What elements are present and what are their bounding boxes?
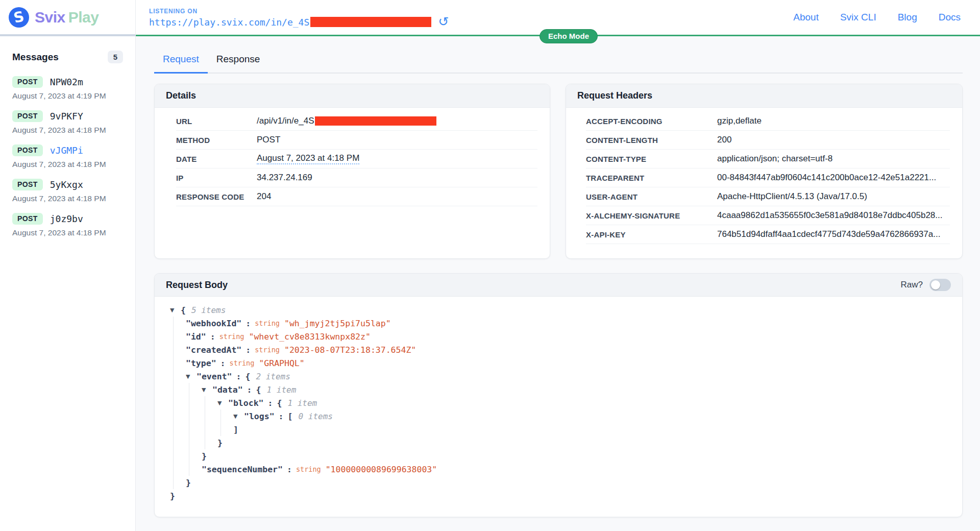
details-card-title: Details bbox=[155, 84, 550, 108]
message-row: POSTj0z9bv bbox=[12, 213, 123, 225]
expand-toggle-icon[interactable]: ▼ bbox=[233, 413, 244, 420]
message-id: 9vPKFY bbox=[50, 111, 83, 122]
indent-guide bbox=[186, 449, 202, 463]
message-row: POSTvJGMPi bbox=[12, 144, 123, 156]
raw-toggle-switch[interactable] bbox=[929, 279, 951, 291]
row-value-text: August 7, 2023 at 4:18 PM bbox=[257, 153, 359, 164]
json-item-count: 1 item bbox=[287, 398, 317, 408]
tab-bar: RequestResponse bbox=[154, 50, 963, 74]
nav-link-docs[interactable]: Docs bbox=[939, 12, 961, 23]
row-value: 764b51d94dfaff4aa1cdecf4775d743de59a4762… bbox=[717, 229, 940, 239]
json-type-label: string bbox=[296, 465, 321, 473]
request-body-card: Request Body Raw? ▼{5 items"webhookId":s… bbox=[154, 273, 963, 517]
tab-response[interactable]: Response bbox=[208, 50, 269, 73]
json-bracket: { bbox=[245, 372, 250, 381]
table-row: ACCEPT-ENCODINGgzip,deflate bbox=[586, 112, 950, 131]
brand-play: Play bbox=[68, 9, 99, 26]
json-colon: : bbox=[287, 465, 292, 474]
listening-on-label: LISTENING ON bbox=[149, 8, 449, 15]
row-label: X-API-KEY bbox=[586, 230, 717, 239]
request-headers-rows: ACCEPT-ENCODINGgzip,deflateCONTENT-LENGT… bbox=[566, 108, 962, 244]
row-value: /api/v1/in/e_4S bbox=[257, 116, 436, 126]
json-value: "wh_jmyj2tj5pi7u5lap" bbox=[284, 319, 391, 328]
json-line: ▼"block":{1 item bbox=[170, 396, 947, 409]
json-value: "10000000089699638003" bbox=[326, 465, 437, 474]
nav-link-blog[interactable]: Blog bbox=[898, 12, 917, 23]
indent-guide bbox=[170, 317, 186, 330]
row-label: METHOD bbox=[176, 136, 257, 144]
brand-svix: Svix bbox=[35, 9, 65, 26]
expand-toggle-icon[interactable]: ▼ bbox=[170, 307, 181, 313]
message-list-item[interactable]: POSTvJGMPiAugust 7, 2023 at 4:18 PM bbox=[0, 140, 135, 174]
redacted-value-segment bbox=[315, 116, 436, 126]
json-line: ] bbox=[170, 423, 947, 436]
request-headers-card-title: Request Headers bbox=[566, 84, 962, 108]
row-value: 00-84843f447ab9f0604c141c200b0ace12-42e5… bbox=[717, 173, 936, 183]
json-item-count: 0 items bbox=[298, 412, 332, 421]
row-value-text: 4caaa9862d1a535655f0c3e581a9d84018e7ddbc… bbox=[717, 210, 943, 221]
listening-url: https://play.svix.com/in/e_4S bbox=[149, 17, 309, 28]
json-type-label: string bbox=[255, 346, 280, 354]
message-id: 5yKxgx bbox=[50, 179, 83, 190]
row-value-text: /api/v1/in/e_4S bbox=[257, 116, 314, 126]
json-key: "createdAt" bbox=[186, 345, 241, 355]
indent-guide bbox=[202, 396, 217, 409]
indent-guide bbox=[170, 449, 186, 463]
row-value: 200 bbox=[717, 135, 731, 145]
row-value: application/json; charset=utf-8 bbox=[717, 154, 832, 164]
sidebar-header: S SvixPlay bbox=[0, 0, 135, 36]
message-date: August 7, 2023 at 4:19 PM bbox=[12, 91, 123, 101]
json-tree-viewer: ▼{5 items"webhookId":string"wh_jmyj2tj5p… bbox=[155, 297, 962, 509]
expand-toggle-icon[interactable]: ▼ bbox=[186, 373, 197, 380]
indent-guide bbox=[217, 409, 233, 423]
tab-request[interactable]: Request bbox=[154, 50, 208, 74]
redacted-url-segment bbox=[310, 17, 431, 27]
raw-toggle-group: Raw? bbox=[901, 279, 951, 291]
json-colon: : bbox=[268, 398, 273, 408]
row-value[interactable]: August 7, 2023 at 4:18 PM bbox=[257, 153, 359, 164]
indent-guide bbox=[170, 463, 186, 476]
json-line: } bbox=[170, 449, 947, 463]
request-body-card-title: Request Body bbox=[166, 280, 228, 291]
message-row: POSTNPW02m bbox=[12, 76, 123, 88]
json-bracket: ] bbox=[233, 425, 238, 435]
message-list-item[interactable]: POSTNPW02mAugust 7, 2023 at 4:19 PM bbox=[0, 71, 135, 106]
json-key: "sequenceNumber" bbox=[202, 465, 283, 474]
json-line: ▼"data":{1 item bbox=[170, 383, 947, 396]
indent-guide bbox=[170, 356, 186, 370]
row-label: USER-AGENT bbox=[586, 192, 717, 201]
raw-toggle-knob bbox=[931, 280, 940, 289]
nav-link-svix-cli[interactable]: Svix CLI bbox=[840, 12, 876, 23]
json-key: "webhookId" bbox=[186, 319, 241, 328]
indent-guide bbox=[170, 330, 186, 343]
json-line: "webhookId":string"wh_jmyj2tj5pi7u5lap" bbox=[170, 317, 947, 330]
json-key: "block" bbox=[228, 398, 264, 408]
json-colon: : bbox=[210, 332, 215, 342]
nav-link-about[interactable]: About bbox=[793, 12, 819, 23]
row-label: CONTENT-TYPE bbox=[586, 155, 717, 163]
raw-toggle-label: Raw? bbox=[901, 280, 923, 290]
message-list-item[interactable]: POST5yKxgxAugust 7, 2023 at 4:18 PM bbox=[0, 174, 135, 208]
row-value: 4caaa9862d1a535655f0c3e581a9d84018e7ddbc… bbox=[717, 210, 943, 221]
message-list-item[interactable]: POSTj0z9bvAugust 7, 2023 at 4:18 PM bbox=[0, 208, 135, 243]
json-colon: : bbox=[246, 345, 251, 355]
refresh-icon[interactable]: ↺ bbox=[438, 17, 449, 27]
method-badge: POST bbox=[12, 110, 43, 122]
main-area: LISTENING ON https://play.svix.com/in/e_… bbox=[136, 0, 980, 531]
expand-toggle-icon[interactable]: ▼ bbox=[202, 387, 212, 393]
json-bracket: { bbox=[277, 398, 282, 408]
indent-guide bbox=[217, 423, 233, 436]
details-rows: URL/api/v1/in/e_4SMETHODPOSTDATEAugust 7… bbox=[155, 108, 550, 206]
message-date: August 7, 2023 at 4:18 PM bbox=[12, 126, 123, 135]
indent-guide bbox=[170, 343, 186, 356]
content: RequestResponse Details URL/api/v1/in/e_… bbox=[136, 36, 980, 531]
message-row: POST5yKxgx bbox=[12, 179, 123, 190]
indent-guide bbox=[202, 409, 217, 423]
expand-toggle-icon[interactable]: ▼ bbox=[217, 400, 228, 406]
brand[interactable]: S SvixPlay bbox=[8, 7, 99, 28]
indent-guide bbox=[170, 383, 186, 396]
indent-guide bbox=[186, 409, 202, 423]
json-bracket: } bbox=[217, 438, 223, 448]
message-list-item[interactable]: POST9vPKFYAugust 7, 2023 at 4:18 PM bbox=[0, 106, 135, 140]
messages-list: POSTNPW02mAugust 7, 2023 at 4:19 PMPOST9… bbox=[0, 71, 135, 243]
